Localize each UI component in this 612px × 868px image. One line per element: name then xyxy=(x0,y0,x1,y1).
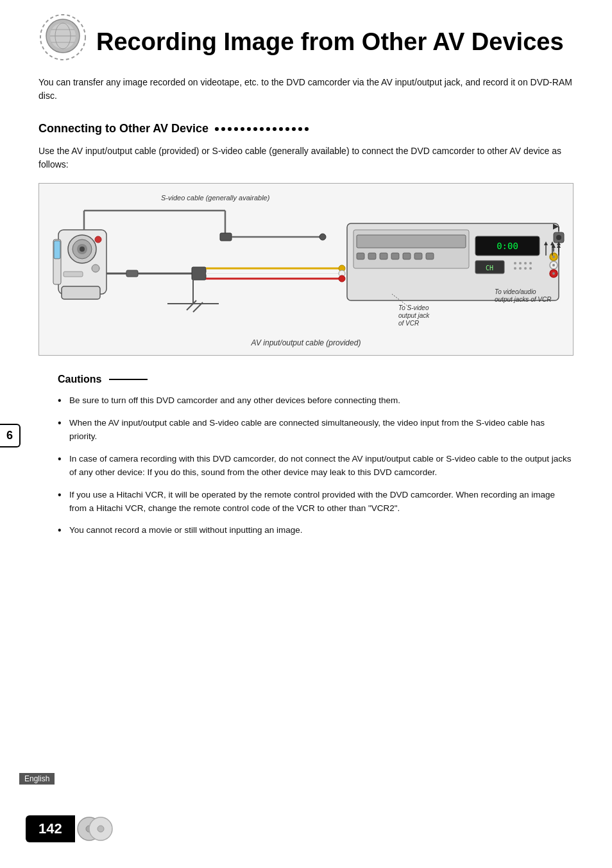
svg-point-17 xyxy=(92,265,99,272)
caution-item-3: In case of camera recording with this DV… xyxy=(58,453,574,480)
svg-point-90 xyxy=(98,826,104,832)
section1-dots xyxy=(215,127,309,131)
svg-rect-24 xyxy=(192,267,206,280)
svg-rect-38 xyxy=(357,253,364,259)
svg-text:output jacks of VCR: output jacks of VCR xyxy=(495,296,551,303)
svg-point-55 xyxy=(524,267,527,270)
svg-rect-43 xyxy=(414,253,422,259)
diagram-av-cable-label: AV input/output cable (provided) xyxy=(52,338,560,347)
svg-text:of VCR: of VCR xyxy=(398,320,419,327)
caution-item-4: If you use a Hitachi VCR, it will be ope… xyxy=(58,489,574,516)
section1-heading-text: Connecting to Other AV Device xyxy=(38,122,208,135)
svg-point-52 xyxy=(529,262,532,265)
svg-rect-39 xyxy=(368,253,376,259)
svg-rect-44 xyxy=(426,253,434,259)
svg-point-31 xyxy=(339,275,345,282)
svg-text:0:00: 0:00 xyxy=(497,241,518,251)
svg-point-61 xyxy=(552,256,555,258)
svg-text:output jack: output jack xyxy=(398,312,430,319)
intro-text: You can transfer any image recorded on v… xyxy=(38,76,574,103)
footer: 142 xyxy=(0,815,612,842)
page-number: 142 xyxy=(26,815,75,842)
page-badge: 6 xyxy=(0,424,21,447)
svg-rect-42 xyxy=(403,253,411,259)
svg-point-63 xyxy=(552,264,555,266)
svg-rect-32 xyxy=(220,233,232,241)
caution-item-5: You cannot record a movie or still witho… xyxy=(58,524,574,537)
language-label: English xyxy=(19,773,55,785)
svg-point-15 xyxy=(95,236,101,243)
svg-point-56 xyxy=(529,267,532,270)
svg-point-34 xyxy=(319,234,326,240)
svg-rect-40 xyxy=(380,253,387,259)
caution-item-1: Be sure to turn off this DVD camcorder a… xyxy=(58,394,574,408)
diagram-box: S-video cable (generally avairable) xyxy=(38,183,574,356)
diagram-svideo-label: S-video cable (generally avairable) xyxy=(161,194,560,202)
page-title: Recording Image from Other AV Devices xyxy=(96,19,564,56)
svg-rect-41 xyxy=(391,253,399,259)
svg-point-51 xyxy=(524,262,527,265)
cautions-heading-text: Cautions xyxy=(58,374,101,385)
cautions-line xyxy=(109,379,148,380)
svg-line-85 xyxy=(187,300,196,310)
svg-text:CH: CH xyxy=(486,265,493,272)
cautions-list: Be sure to turn off this DVD camcorder a… xyxy=(58,394,574,537)
svg-rect-37 xyxy=(357,235,466,248)
caution-item-2: When the AV input/output cable and S-vid… xyxy=(58,417,574,444)
svg-rect-14 xyxy=(62,286,100,299)
svg-point-65 xyxy=(552,272,555,275)
svg-rect-13 xyxy=(54,241,60,259)
svg-rect-19 xyxy=(126,270,138,277)
footer-discs xyxy=(75,816,120,842)
header-area: Recording Image from Other AV Devices xyxy=(38,19,574,64)
section1-heading: Connecting to Other AV Device xyxy=(38,122,574,135)
svg-text:To S-video: To S-video xyxy=(398,304,429,311)
page-container: 6 English Recording Image from Other AV … xyxy=(0,0,612,868)
svg-point-49 xyxy=(514,262,516,265)
decorative-icon xyxy=(38,13,90,64)
svg-point-11 xyxy=(80,247,85,252)
svg-rect-16 xyxy=(64,272,83,277)
diagram-svg: 0:00 CH xyxy=(52,204,578,333)
svg-point-50 xyxy=(519,262,522,265)
svg-point-54 xyxy=(519,267,522,270)
cautions-heading: Cautions xyxy=(58,374,574,385)
svg-point-58 xyxy=(556,235,561,240)
svg-point-53 xyxy=(514,267,516,270)
section1-description: Use the AV input/output cable (provided)… xyxy=(38,144,574,171)
svg-text:To video/audio: To video/audio xyxy=(495,288,536,295)
